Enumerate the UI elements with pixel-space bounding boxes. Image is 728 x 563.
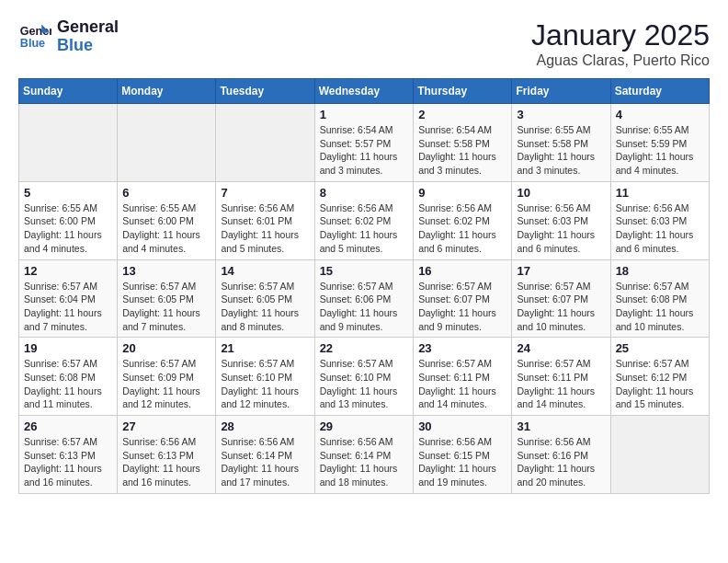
calendar-cell: 9Sunrise: 6:56 AMSunset: 6:02 PMDaylight… — [414, 181, 512, 259]
day-info: Sunrise: 6:57 AMSunset: 6:10 PMDaylight:… — [221, 357, 309, 411]
day-info: Sunrise: 6:56 AMSunset: 6:15 PMDaylight:… — [418, 435, 506, 489]
day-info: Sunrise: 6:57 AMSunset: 6:07 PMDaylight:… — [517, 280, 605, 334]
day-number: 18 — [616, 264, 704, 278]
day-number: 26 — [24, 419, 112, 433]
calendar-header: SundayMondayTuesdayWednesdayThursdayFrid… — [19, 79, 710, 104]
week-row-5: 26Sunrise: 6:57 AMSunset: 6:13 PMDayligh… — [19, 416, 710, 494]
day-number: 1 — [320, 108, 409, 121]
day-info: Sunrise: 6:57 AMSunset: 6:12 PMDaylight:… — [616, 357, 704, 411]
header-day-sunday: Sunday — [19, 79, 118, 104]
day-number: 24 — [517, 341, 605, 355]
day-number: 31 — [517, 419, 605, 433]
calendar-cell: 24Sunrise: 6:57 AMSunset: 6:11 PMDayligh… — [512, 338, 610, 416]
day-info: Sunrise: 6:57 AMSunset: 6:09 PMDaylight:… — [122, 357, 210, 411]
calendar-cell — [118, 104, 216, 182]
calendar-body: 1Sunrise: 6:54 AMSunset: 5:57 PMDaylight… — [19, 104, 710, 494]
header-day-tuesday: Tuesday — [216, 79, 314, 104]
day-number: 21 — [221, 341, 309, 355]
day-info: Sunrise: 6:57 AMSunset: 6:04 PMDaylight:… — [24, 280, 112, 334]
calendar-subtitle: Aguas Claras, Puerto Rico — [531, 52, 710, 69]
day-info: Sunrise: 6:55 AMSunset: 6:00 PMDaylight:… — [122, 201, 210, 256]
day-number: 28 — [221, 419, 309, 433]
calendar-cell — [610, 416, 709, 494]
calendar-cell: 3Sunrise: 6:55 AMSunset: 5:58 PMDaylight… — [512, 104, 610, 182]
calendar-title: January 2025 — [531, 18, 710, 52]
day-info: Sunrise: 6:56 AMSunset: 6:01 PMDaylight:… — [221, 201, 309, 256]
day-info: Sunrise: 6:56 AMSunset: 6:13 PMDaylight:… — [122, 435, 210, 489]
day-info: Sunrise: 6:57 AMSunset: 6:06 PMDaylight:… — [320, 280, 409, 334]
page-header: General Blue General Blue January 2025 A… — [18, 18, 710, 69]
calendar-cell: 1Sunrise: 6:54 AMSunset: 5:57 PMDaylight… — [314, 104, 414, 182]
day-info: Sunrise: 6:57 AMSunset: 6:11 PMDaylight:… — [418, 357, 506, 411]
calendar-table: SundayMondayTuesdayWednesdayThursdayFrid… — [18, 78, 710, 494]
calendar-cell: 8Sunrise: 6:56 AMSunset: 6:02 PMDaylight… — [314, 181, 414, 259]
week-row-3: 12Sunrise: 6:57 AMSunset: 6:04 PMDayligh… — [19, 259, 710, 338]
calendar-cell: 30Sunrise: 6:56 AMSunset: 6:15 PMDayligh… — [414, 416, 512, 494]
calendar-cell: 13Sunrise: 6:57 AMSunset: 6:05 PMDayligh… — [118, 259, 216, 338]
day-info: Sunrise: 6:56 AMSunset: 6:02 PMDaylight:… — [320, 201, 409, 256]
day-number: 11 — [616, 186, 704, 200]
calendar-cell: 21Sunrise: 6:57 AMSunset: 6:10 PMDayligh… — [216, 338, 314, 416]
calendar-cell: 29Sunrise: 6:56 AMSunset: 6:14 PMDayligh… — [314, 416, 414, 494]
day-info: Sunrise: 6:57 AMSunset: 6:10 PMDaylight:… — [320, 357, 409, 411]
header-day-monday: Monday — [118, 79, 216, 104]
day-info: Sunrise: 6:57 AMSunset: 6:11 PMDaylight:… — [517, 357, 605, 411]
day-info: Sunrise: 6:57 AMSunset: 6:13 PMDaylight:… — [24, 435, 112, 489]
day-number: 4 — [616, 108, 704, 121]
day-number: 13 — [122, 264, 210, 278]
calendar-cell: 25Sunrise: 6:57 AMSunset: 6:12 PMDayligh… — [610, 338, 709, 416]
day-info: Sunrise: 6:54 AMSunset: 5:58 PMDaylight:… — [418, 123, 506, 178]
day-info: Sunrise: 6:55 AMSunset: 5:58 PMDaylight:… — [517, 123, 605, 178]
calendar-cell: 15Sunrise: 6:57 AMSunset: 6:06 PMDayligh… — [314, 259, 414, 338]
day-number: 16 — [418, 264, 506, 278]
calendar-cell: 5Sunrise: 6:55 AMSunset: 6:00 PMDaylight… — [19, 181, 118, 259]
day-number: 9 — [418, 186, 506, 200]
day-number: 25 — [616, 341, 704, 355]
calendar-cell: 26Sunrise: 6:57 AMSunset: 6:13 PMDayligh… — [19, 416, 118, 494]
calendar-cell: 11Sunrise: 6:56 AMSunset: 6:03 PMDayligh… — [610, 181, 709, 259]
calendar-cell: 17Sunrise: 6:57 AMSunset: 6:07 PMDayligh… — [512, 259, 610, 338]
day-number: 20 — [122, 341, 210, 355]
calendar-cell: 4Sunrise: 6:55 AMSunset: 5:59 PMDaylight… — [610, 104, 709, 182]
title-block: January 2025 Aguas Claras, Puerto Rico — [531, 18, 710, 69]
calendar-cell: 22Sunrise: 6:57 AMSunset: 6:10 PMDayligh… — [314, 338, 414, 416]
calendar-cell: 23Sunrise: 6:57 AMSunset: 6:11 PMDayligh… — [414, 338, 512, 416]
calendar-cell: 18Sunrise: 6:57 AMSunset: 6:08 PMDayligh… — [610, 259, 709, 338]
day-number: 6 — [122, 186, 210, 200]
logo-text: General Blue — [57, 18, 119, 55]
day-number: 12 — [24, 264, 112, 278]
calendar-cell: 19Sunrise: 6:57 AMSunset: 6:08 PMDayligh… — [19, 338, 118, 416]
calendar-cell: 12Sunrise: 6:57 AMSunset: 6:04 PMDayligh… — [19, 259, 118, 338]
calendar-cell — [19, 104, 118, 182]
svg-text:Blue: Blue — [20, 37, 45, 50]
day-info: Sunrise: 6:56 AMSunset: 6:14 PMDaylight:… — [320, 435, 409, 489]
week-row-2: 5Sunrise: 6:55 AMSunset: 6:00 PMDaylight… — [19, 181, 710, 259]
calendar-cell: 16Sunrise: 6:57 AMSunset: 6:07 PMDayligh… — [414, 259, 512, 338]
day-number: 23 — [418, 341, 506, 355]
day-info: Sunrise: 6:54 AMSunset: 5:57 PMDaylight:… — [320, 123, 409, 178]
day-info: Sunrise: 6:55 AMSunset: 5:59 PMDaylight:… — [616, 123, 704, 178]
calendar-cell: 31Sunrise: 6:56 AMSunset: 6:16 PMDayligh… — [512, 416, 610, 494]
logo: General Blue General Blue — [18, 18, 119, 55]
day-info: Sunrise: 6:56 AMSunset: 6:03 PMDaylight:… — [517, 201, 605, 256]
day-number: 2 — [418, 108, 506, 121]
header-day-wednesday: Wednesday — [314, 79, 414, 104]
header-day-friday: Friday — [512, 79, 610, 104]
day-number: 8 — [320, 186, 409, 200]
day-number: 17 — [517, 264, 605, 278]
day-info: Sunrise: 6:56 AMSunset: 6:14 PMDaylight:… — [221, 435, 309, 489]
week-row-1: 1Sunrise: 6:54 AMSunset: 5:57 PMDaylight… — [19, 104, 710, 182]
calendar-cell: 27Sunrise: 6:56 AMSunset: 6:13 PMDayligh… — [118, 416, 216, 494]
day-number: 19 — [24, 341, 112, 355]
calendar-cell: 14Sunrise: 6:57 AMSunset: 6:05 PMDayligh… — [216, 259, 314, 338]
day-number: 5 — [24, 186, 112, 200]
day-info: Sunrise: 6:57 AMSunset: 6:07 PMDaylight:… — [418, 280, 506, 334]
header-row: SundayMondayTuesdayWednesdayThursdayFrid… — [19, 79, 710, 104]
calendar-cell: 6Sunrise: 6:55 AMSunset: 6:00 PMDaylight… — [118, 181, 216, 259]
day-info: Sunrise: 6:57 AMSunset: 6:08 PMDaylight:… — [616, 280, 704, 334]
logo-icon: General Blue — [18, 20, 51, 53]
day-number: 30 — [418, 419, 506, 433]
day-info: Sunrise: 6:56 AMSunset: 6:16 PMDaylight:… — [517, 435, 605, 489]
day-number: 14 — [221, 264, 309, 278]
day-number: 7 — [221, 186, 309, 200]
